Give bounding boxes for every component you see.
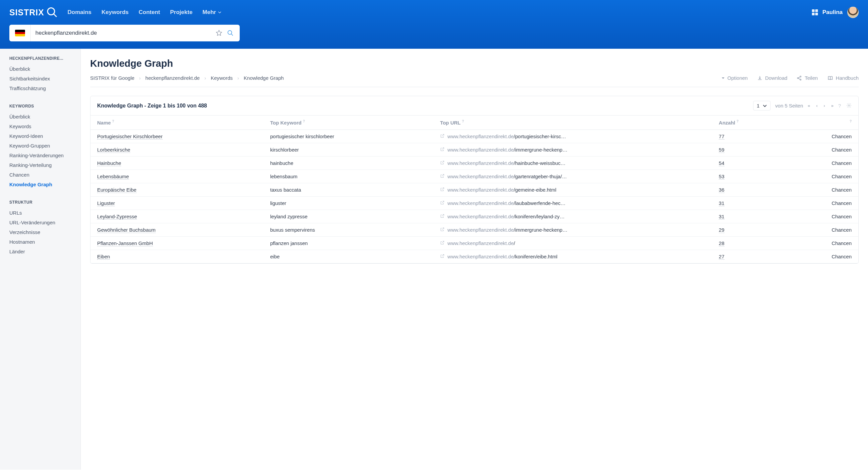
sidebar-item[interactable]: Ranking-Verteilung <box>9 160 71 170</box>
cell-url[interactable]: www.heckenpflanzendirekt.de/koniferen/le… <box>433 210 712 223</box>
sidebar-item[interactable]: Überblick <box>9 112 71 122</box>
cell-count[interactable]: 59 <box>712 143 785 157</box>
cell-url[interactable]: www.heckenpflanzendirekt.de/koniferen/ei… <box>433 250 712 263</box>
cell-name[interactable]: Eiben <box>90 250 264 263</box>
nav-domains[interactable]: Domains <box>67 9 91 16</box>
cell-keyword[interactable]: portugiesischer kirschlorbeer <box>264 130 433 143</box>
cell-url[interactable]: www.heckenpflanzendirekt.de/gartenratgeb… <box>433 170 712 183</box>
cell-url[interactable]: www.heckenpflanzendirekt.de/laubabwerfen… <box>433 197 712 210</box>
cell-url[interactable]: www.heckenpflanzendirekt.de/gemeine-eibe… <box>433 183 712 197</box>
cell-chancen[interactable]: Chancen <box>785 210 858 223</box>
nav-mehr[interactable]: Mehr <box>203 9 222 16</box>
cell-chancen[interactable]: Chancen <box>785 143 858 157</box>
cell-chancen[interactable]: Chancen <box>785 250 858 263</box>
sidebar-item[interactable]: URL-Veränderungen <box>9 218 71 227</box>
action-teilen[interactable]: Teilen <box>797 75 817 81</box>
col-anzahl[interactable]: Anzahl? <box>712 116 785 130</box>
sidebar-item[interactable]: URLs <box>9 208 71 218</box>
cell-chancen[interactable]: Chancen <box>785 237 858 250</box>
brand-logo[interactable]: SISTRIX <box>9 6 58 18</box>
sidebar-item[interactable]: Chancen <box>9 170 71 180</box>
cell-count[interactable]: 53 <box>712 170 785 183</box>
flag-de-icon <box>15 30 25 36</box>
sidebar-item[interactable]: Knowledge Graph <box>9 180 71 189</box>
sidebar-item[interactable]: Ranking-Veränderungen <box>9 151 71 160</box>
cell-count[interactable]: 77 <box>712 130 785 143</box>
nav-projekte[interactable]: Projekte <box>170 9 193 16</box>
cell-name[interactable]: Liguster <box>90 197 264 210</box>
cell-chancen[interactable]: Chancen <box>785 130 858 143</box>
cell-keyword[interactable]: lebensbaum <box>264 170 433 183</box>
sidebar-item[interactable]: Keyword-Gruppen <box>9 141 71 151</box>
cell-url[interactable]: www.heckenpflanzendirekt.de/immergrune-h… <box>433 223 712 237</box>
action-download[interactable]: Download <box>757 75 787 81</box>
page-select[interactable]: 1 <box>753 101 771 111</box>
cell-name[interactable]: Lorbeerkirsche <box>90 143 264 157</box>
col-top-keyword[interactable]: Top Keyword? <box>264 116 433 130</box>
cell-chancen[interactable]: Chancen <box>785 157 858 170</box>
sidebar-item[interactable]: Überblick <box>9 64 71 74</box>
breadcrumb-item[interactable]: Keywords <box>211 75 233 81</box>
nav-keywords[interactable]: Keywords <box>101 9 128 16</box>
search-input[interactable] <box>31 30 216 36</box>
cell-count[interactable]: 36 <box>712 183 785 197</box>
breadcrumb-item[interactable]: SISTRIX für Google <box>90 75 134 81</box>
cell-keyword[interactable]: liguster <box>264 197 433 210</box>
cell-keyword[interactable]: leyland zypresse <box>264 210 433 223</box>
cell-chancen[interactable]: Chancen <box>785 170 858 183</box>
cell-name[interactable]: Hainbuche <box>90 157 264 170</box>
search-icon[interactable] <box>227 30 234 36</box>
cell-url[interactable]: www.heckenpflanzendirekt.de/hainbuche-we… <box>433 157 712 170</box>
apps-icon[interactable] <box>812 9 818 15</box>
cell-keyword[interactable]: buxus sempervirens <box>264 223 433 237</box>
cell-name[interactable]: Gewöhnlicher Buchsbaum <box>90 223 264 237</box>
cell-chancen[interactable]: Chancen <box>785 223 858 237</box>
help-icon[interactable]: ? <box>838 103 841 108</box>
cell-count[interactable]: 27 <box>712 250 785 263</box>
sidebar-item[interactable]: Keyword-Ideen <box>9 131 71 141</box>
user-name[interactable]: Paulina <box>823 9 843 16</box>
cell-keyword[interactable]: taxus baccata <box>264 183 433 197</box>
cell-chancen[interactable]: Chancen <box>785 197 858 210</box>
breadcrumb-item[interactable]: Knowledge Graph <box>244 75 284 81</box>
gear-icon[interactable] <box>846 103 851 108</box>
action-optionen[interactable]: Optionen <box>721 75 748 81</box>
action-handbuch[interactable]: Handbuch <box>827 75 859 81</box>
cell-keyword[interactable]: pflanzen janssen <box>264 237 433 250</box>
cell-chancen[interactable]: Chancen <box>785 183 858 197</box>
sidebar-item[interactable]: Hostnamen <box>9 237 71 247</box>
sidebar-item[interactable]: Trafficschätzung <box>9 84 71 93</box>
cell-url[interactable]: www.heckenpflanzendirekt.de/ <box>433 237 712 250</box>
book-icon <box>827 75 833 81</box>
cell-count[interactable]: 31 <box>712 210 785 223</box>
sidebar-item[interactable]: Verzeichnisse <box>9 227 71 237</box>
pager-first[interactable]: « <box>808 103 810 108</box>
pager-last[interactable]: » <box>831 103 833 108</box>
cell-count[interactable]: 29 <box>712 223 785 237</box>
pager-next[interactable]: › <box>824 103 825 108</box>
cell-count[interactable]: 54 <box>712 157 785 170</box>
star-icon[interactable] <box>216 30 222 36</box>
cell-name[interactable]: Europäische Eibe <box>90 183 264 197</box>
nav-content[interactable]: Content <box>138 9 160 16</box>
country-selector[interactable] <box>9 25 31 41</box>
pager-prev[interactable]: ‹ <box>816 103 817 108</box>
cell-count[interactable]: 31 <box>712 197 785 210</box>
breadcrumb-item[interactable]: heckenpflanzendirekt.de <box>146 75 200 81</box>
avatar[interactable] <box>847 7 859 18</box>
sidebar-item[interactable]: Länder <box>9 247 71 256</box>
cell-name[interactable]: Portugiesischer Kirschlorbeer <box>90 130 264 143</box>
sidebar-item[interactable]: Keywords <box>9 122 71 131</box>
cell-count[interactable]: 28 <box>712 237 785 250</box>
cell-name[interactable]: Leyland-Zypresse <box>90 210 264 223</box>
col-name[interactable]: Name? <box>90 116 264 130</box>
sidebar-item[interactable]: Sichtbarkeitsindex <box>9 74 71 84</box>
cell-keyword[interactable]: hainbuche <box>264 157 433 170</box>
col-top-url[interactable]: Top URL? <box>433 116 712 130</box>
cell-name[interactable]: Pflanzen-Janssen GmbH <box>90 237 264 250</box>
cell-keyword[interactable]: kirschlorbeer <box>264 143 433 157</box>
cell-url[interactable]: www.heckenpflanzendirekt.de/immergrune-h… <box>433 143 712 157</box>
cell-keyword[interactable]: eibe <box>264 250 433 263</box>
cell-name[interactable]: Lebensbäume <box>90 170 264 183</box>
cell-url[interactable]: www.heckenpflanzendirekt.de/portugiesisc… <box>433 130 712 143</box>
